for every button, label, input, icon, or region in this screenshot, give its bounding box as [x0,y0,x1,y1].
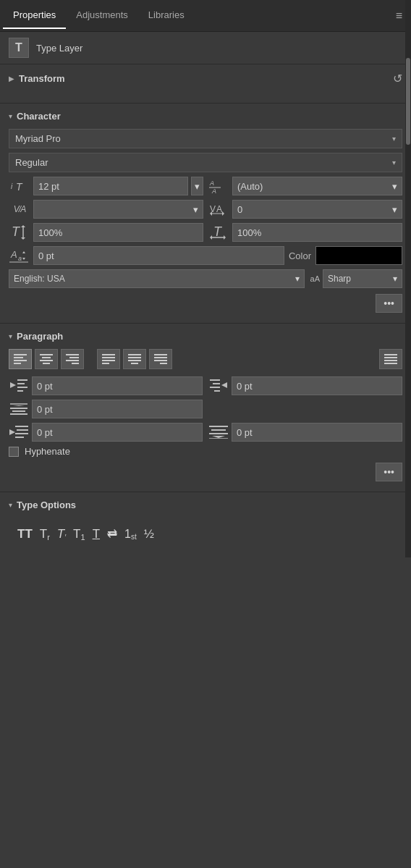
type-opt-t-underline[interactable]: T [93,527,100,542]
tabs-header: Properties Adjustments Libraries ≡ [0,0,411,32]
svg-marker-9 [222,211,224,216]
vertical-scale-input[interactable] [33,223,203,242]
tab-properties[interactable]: Properties [3,2,66,29]
type-opt-t-sub[interactable]: T1 [73,527,85,542]
font-size-icon: i T [9,179,30,193]
svg-text:T: T [12,224,21,239]
horizontal-scale-input[interactable] [232,223,402,242]
svg-rect-23 [14,354,27,355]
transform-section-header[interactable]: ▶ Transform ↺ [9,72,402,85]
svg-rect-55 [17,390,23,392]
align-center-button[interactable] [35,349,58,369]
first-indent-input[interactable] [32,423,203,442]
svg-text:A: A [211,187,216,193]
font-style-dropdown[interactable]: Regular ▾ [9,153,402,172]
align-right-button[interactable] [61,349,84,369]
svg-rect-26 [14,363,21,364]
indent-right-input[interactable] [232,376,402,395]
paragraph-chevron: ▾ [9,332,12,340]
leading-value: (Auto) [237,181,263,192]
space-before-icon [9,403,29,416]
svg-rect-49 [384,360,397,361]
leading-dropdown[interactable]: (Auto) ▾ [232,177,402,195]
vertical-scale-group: T [9,223,203,242]
svg-rect-72 [211,429,226,431]
font-size-input[interactable] [33,177,188,195]
language-dropdown[interactable]: English: USA ▾ [9,269,305,288]
transform-section: ▶ Transform ↺ [0,64,411,104]
scrollbar-thumb[interactable] [406,58,410,145]
svg-rect-52 [17,379,27,381]
kerning-arrow: ▾ [193,204,198,215]
character-section-header[interactable]: ▾ Character [9,111,402,122]
svg-text:T: T [213,224,223,239]
hyphenate-checkbox[interactable] [9,447,19,457]
type-opt-fraction[interactable]: ½ [144,527,154,542]
tab-adjustments[interactable]: Adjustments [66,2,138,29]
justify-right-button[interactable] [149,349,172,369]
type-opt-t-prime[interactable]: T′ [57,527,66,542]
svg-rect-63 [10,408,27,409]
tab-libraries[interactable]: Libraries [138,2,195,29]
type-opt-tr[interactable]: Tr [40,527,50,542]
svg-marker-21 [22,251,25,253]
svg-rect-70 [15,437,24,438]
svg-rect-45 [154,360,167,361]
font-family-value: Myriad Pro [15,133,61,144]
language-arrow: ▾ [295,274,300,284]
svg-marker-12 [21,225,25,227]
type-opt-tt[interactable]: TT [17,527,33,542]
font-family-dropdown[interactable]: Myriad Pro ▾ [9,129,402,148]
justify-all-button[interactable] [379,349,402,369]
svg-rect-38 [102,363,109,364]
space-before-row [9,400,402,418]
color-swatch[interactable] [315,246,402,265]
indent-right-icon [208,379,229,392]
svg-rect-40 [128,357,141,358]
language-value: English: USA [14,274,65,284]
align-left-button[interactable] [9,349,32,369]
space-after-icon [208,426,229,439]
paragraph-more-button[interactable]: ••• [376,463,402,481]
tracking-dropdown[interactable]: 0 ▾ [232,200,402,219]
svg-rect-59 [210,387,220,388]
character-more-button[interactable]: ••• [376,294,402,313]
type-options-title: Type Options [17,500,76,510]
svg-rect-35 [102,354,115,355]
paragraph-section-header[interactable]: ▾ Paragraph [9,331,402,342]
baseline-color-row: A a Color [9,246,402,265]
font-family-arrow: ▾ [392,135,396,143]
layer-label: Type Layer [36,43,82,54]
horizontal-scale-group: T [208,223,402,242]
tracking-value: 0 [237,204,242,215]
type-options-section-header[interactable]: ▾ Type Options [9,500,402,510]
justify-center-button[interactable] [123,349,146,369]
antialiasing-icon: aA [310,274,320,283]
transform-reset-icon[interactable]: ↺ [393,72,402,85]
scrollbar-track[interactable] [405,0,411,557]
baseline-shift-input[interactable] [33,246,284,265]
justify-left-button[interactable] [97,349,120,369]
svg-text:T: T [16,181,23,193]
kerning-dropdown[interactable]: ▾ [33,200,203,219]
svg-rect-67 [15,426,28,427]
space-before-input[interactable] [32,400,203,418]
font-size-unit-dropdown[interactable]: ▾ [191,177,203,195]
indent-left-input[interactable] [32,376,203,395]
svg-rect-58 [213,383,220,384]
hyphenate-row: Hyphenate [9,446,402,457]
leading-group: A A (Auto) ▾ [208,177,402,195]
antialiasing-dropdown[interactable]: Sharp ▾ [323,269,402,288]
svg-rect-27 [40,354,53,355]
baseline-shift-icon: A a [9,248,30,264]
type-opt-t-strikethrough[interactable]: ⇄ [107,526,117,542]
type-options-chevron: ▾ [9,501,12,509]
svg-text:i: i [11,182,13,190]
space-after-input[interactable] [232,423,402,442]
svg-marker-13 [21,237,25,240]
transform-chevron: ▶ [9,75,14,83]
tracking-arrow: ▾ [392,204,397,215]
type-opt-ordinal[interactable]: 1st [124,528,137,541]
svg-rect-33 [66,360,79,361]
svg-rect-50 [384,363,397,364]
